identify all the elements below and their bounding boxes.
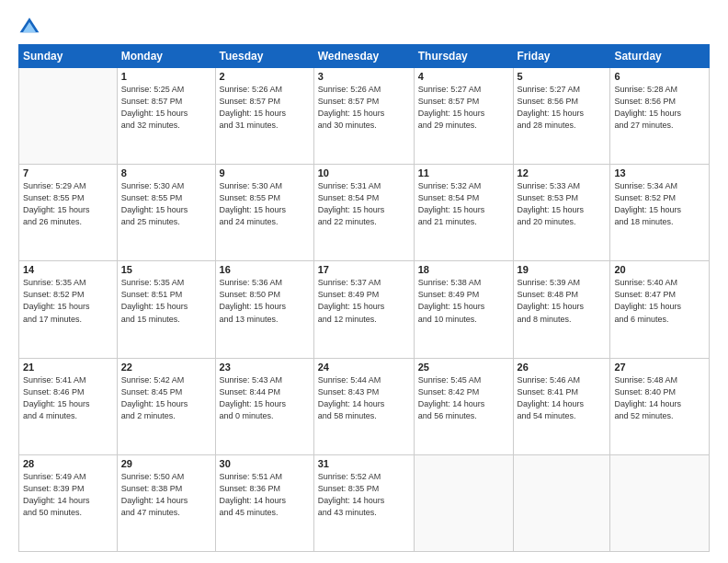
logo-icon bbox=[18, 15, 40, 37]
header bbox=[18, 15, 710, 37]
day-number: 4 bbox=[418, 71, 509, 82]
day-number: 17 bbox=[318, 264, 410, 275]
weekday-header: Sunday bbox=[19, 45, 118, 68]
day-number: 15 bbox=[121, 264, 211, 275]
calendar-cell bbox=[414, 454, 513, 551]
day-info: Sunrise: 5:35 AMSunset: 8:52 PMDaylight:… bbox=[23, 277, 113, 325]
day-info: Sunrise: 5:36 AMSunset: 8:50 PMDaylight:… bbox=[220, 277, 310, 325]
calendar-cell: 3Sunrise: 5:26 AMSunset: 8:57 PMDaylight… bbox=[313, 68, 414, 165]
day-number: 11 bbox=[418, 167, 509, 178]
day-info: Sunrise: 5:50 AMSunset: 8:38 PMDaylight:… bbox=[121, 471, 211, 519]
day-number: 25 bbox=[418, 362, 509, 373]
day-number: 23 bbox=[220, 362, 310, 373]
day-info: Sunrise: 5:46 AMSunset: 8:41 PMDaylight:… bbox=[518, 374, 607, 422]
calendar-cell: 27Sunrise: 5:48 AMSunset: 8:40 PMDayligh… bbox=[610, 358, 710, 454]
day-number: 14 bbox=[23, 264, 113, 275]
day-number: 24 bbox=[318, 362, 410, 373]
calendar-cell: 11Sunrise: 5:32 AMSunset: 8:54 PMDayligh… bbox=[414, 165, 513, 261]
calendar-cell: 5Sunrise: 5:27 AMSunset: 8:56 PMDaylight… bbox=[513, 68, 610, 165]
day-number: 8 bbox=[121, 167, 211, 178]
day-number: 9 bbox=[220, 167, 310, 178]
day-number: 22 bbox=[121, 362, 211, 373]
calendar-cell: 17Sunrise: 5:37 AMSunset: 8:49 PMDayligh… bbox=[313, 261, 414, 358]
day-number: 5 bbox=[518, 71, 607, 82]
calendar-cell: 22Sunrise: 5:42 AMSunset: 8:45 PMDayligh… bbox=[117, 358, 215, 454]
day-info: Sunrise: 5:34 AMSunset: 8:52 PMDaylight:… bbox=[614, 180, 705, 228]
day-info: Sunrise: 5:48 AMSunset: 8:40 PMDaylight:… bbox=[614, 374, 705, 422]
calendar-cell: 30Sunrise: 5:51 AMSunset: 8:36 PMDayligh… bbox=[215, 454, 313, 551]
calendar-table: SundayMondayTuesdayWednesdayThursdayFrid… bbox=[18, 44, 710, 552]
day-info: Sunrise: 5:29 AMSunset: 8:55 PMDaylight:… bbox=[23, 180, 113, 228]
day-info: Sunrise: 5:51 AMSunset: 8:36 PMDaylight:… bbox=[220, 471, 310, 519]
calendar-cell: 16Sunrise: 5:36 AMSunset: 8:50 PMDayligh… bbox=[215, 261, 313, 358]
day-info: Sunrise: 5:35 AMSunset: 8:51 PMDaylight:… bbox=[121, 277, 211, 325]
calendar-cell: 9Sunrise: 5:30 AMSunset: 8:55 PMDaylight… bbox=[215, 165, 313, 261]
day-info: Sunrise: 5:43 AMSunset: 8:44 PMDaylight:… bbox=[220, 374, 310, 422]
weekday-header: Monday bbox=[117, 45, 215, 68]
calendar-cell: 15Sunrise: 5:35 AMSunset: 8:51 PMDayligh… bbox=[117, 261, 215, 358]
day-number: 29 bbox=[121, 458, 211, 469]
day-info: Sunrise: 5:38 AMSunset: 8:49 PMDaylight:… bbox=[418, 277, 509, 325]
day-number: 26 bbox=[518, 362, 607, 373]
calendar-cell: 8Sunrise: 5:30 AMSunset: 8:55 PMDaylight… bbox=[117, 165, 215, 261]
day-number: 6 bbox=[614, 71, 705, 82]
day-number: 7 bbox=[23, 167, 113, 178]
calendar-cell: 29Sunrise: 5:50 AMSunset: 8:38 PMDayligh… bbox=[117, 454, 215, 551]
day-info: Sunrise: 5:27 AMSunset: 8:57 PMDaylight:… bbox=[418, 84, 509, 132]
calendar-cell bbox=[610, 454, 710, 551]
calendar-cell bbox=[513, 454, 610, 551]
day-info: Sunrise: 5:26 AMSunset: 8:57 PMDaylight:… bbox=[318, 84, 410, 132]
day-info: Sunrise: 5:25 AMSunset: 8:57 PMDaylight:… bbox=[121, 84, 211, 132]
day-number: 21 bbox=[23, 362, 113, 373]
calendar-cell: 4Sunrise: 5:27 AMSunset: 8:57 PMDaylight… bbox=[414, 68, 513, 165]
calendar-cell: 7Sunrise: 5:29 AMSunset: 8:55 PMDaylight… bbox=[19, 165, 118, 261]
day-info: Sunrise: 5:52 AMSunset: 8:35 PMDaylight:… bbox=[318, 471, 410, 519]
calendar-cell: 31Sunrise: 5:52 AMSunset: 8:35 PMDayligh… bbox=[313, 454, 414, 551]
day-number: 3 bbox=[318, 71, 410, 82]
day-info: Sunrise: 5:28 AMSunset: 8:56 PMDaylight:… bbox=[614, 84, 705, 132]
day-number: 28 bbox=[23, 458, 113, 469]
day-info: Sunrise: 5:27 AMSunset: 8:56 PMDaylight:… bbox=[518, 84, 607, 132]
day-info: Sunrise: 5:33 AMSunset: 8:53 PMDaylight:… bbox=[518, 180, 607, 228]
calendar-cell: 21Sunrise: 5:41 AMSunset: 8:46 PMDayligh… bbox=[19, 358, 118, 454]
calendar-cell: 23Sunrise: 5:43 AMSunset: 8:44 PMDayligh… bbox=[215, 358, 313, 454]
calendar-cell: 28Sunrise: 5:49 AMSunset: 8:39 PMDayligh… bbox=[19, 454, 118, 551]
calendar-header-row: SundayMondayTuesdayWednesdayThursdayFrid… bbox=[19, 45, 710, 68]
day-info: Sunrise: 5:41 AMSunset: 8:46 PMDaylight:… bbox=[23, 374, 113, 422]
day-info: Sunrise: 5:31 AMSunset: 8:54 PMDaylight:… bbox=[318, 180, 410, 228]
day-info: Sunrise: 5:39 AMSunset: 8:48 PMDaylight:… bbox=[518, 277, 607, 325]
weekday-header: Wednesday bbox=[313, 45, 414, 68]
calendar-cell: 20Sunrise: 5:40 AMSunset: 8:47 PMDayligh… bbox=[610, 261, 710, 358]
weekday-header: Tuesday bbox=[215, 45, 313, 68]
day-number: 30 bbox=[220, 458, 310, 469]
calendar-week-row: 28Sunrise: 5:49 AMSunset: 8:39 PMDayligh… bbox=[19, 454, 710, 551]
day-number: 27 bbox=[614, 362, 705, 373]
calendar-cell: 6Sunrise: 5:28 AMSunset: 8:56 PMDaylight… bbox=[610, 68, 710, 165]
day-info: Sunrise: 5:45 AMSunset: 8:42 PMDaylight:… bbox=[418, 374, 509, 422]
day-number: 2 bbox=[220, 71, 310, 82]
day-number: 1 bbox=[121, 71, 211, 82]
day-info: Sunrise: 5:37 AMSunset: 8:49 PMDaylight:… bbox=[318, 277, 410, 325]
day-info: Sunrise: 5:49 AMSunset: 8:39 PMDaylight:… bbox=[23, 471, 113, 519]
weekday-header: Friday bbox=[513, 45, 610, 68]
day-info: Sunrise: 5:42 AMSunset: 8:45 PMDaylight:… bbox=[121, 374, 211, 422]
day-number: 12 bbox=[518, 167, 607, 178]
calendar-cell: 14Sunrise: 5:35 AMSunset: 8:52 PMDayligh… bbox=[19, 261, 118, 358]
day-number: 18 bbox=[418, 264, 509, 275]
day-number: 10 bbox=[318, 167, 410, 178]
calendar-cell: 13Sunrise: 5:34 AMSunset: 8:52 PMDayligh… bbox=[610, 165, 710, 261]
calendar-week-row: 21Sunrise: 5:41 AMSunset: 8:46 PMDayligh… bbox=[19, 358, 710, 454]
calendar-cell: 10Sunrise: 5:31 AMSunset: 8:54 PMDayligh… bbox=[313, 165, 414, 261]
day-number: 19 bbox=[518, 264, 607, 275]
calendar-cell: 1Sunrise: 5:25 AMSunset: 8:57 PMDaylight… bbox=[117, 68, 215, 165]
calendar-cell: 2Sunrise: 5:26 AMSunset: 8:57 PMDaylight… bbox=[215, 68, 313, 165]
day-info: Sunrise: 5:30 AMSunset: 8:55 PMDaylight:… bbox=[121, 180, 211, 228]
calendar-week-row: 7Sunrise: 5:29 AMSunset: 8:55 PMDaylight… bbox=[19, 165, 710, 261]
calendar-cell: 26Sunrise: 5:46 AMSunset: 8:41 PMDayligh… bbox=[513, 358, 610, 454]
calendar-cell: 12Sunrise: 5:33 AMSunset: 8:53 PMDayligh… bbox=[513, 165, 610, 261]
day-info: Sunrise: 5:44 AMSunset: 8:43 PMDaylight:… bbox=[318, 374, 410, 422]
page: SundayMondayTuesdayWednesdayThursdayFrid… bbox=[0, 0, 728, 563]
calendar-cell: 25Sunrise: 5:45 AMSunset: 8:42 PMDayligh… bbox=[414, 358, 513, 454]
logo bbox=[18, 15, 44, 37]
calendar-cell: 19Sunrise: 5:39 AMSunset: 8:48 PMDayligh… bbox=[513, 261, 610, 358]
